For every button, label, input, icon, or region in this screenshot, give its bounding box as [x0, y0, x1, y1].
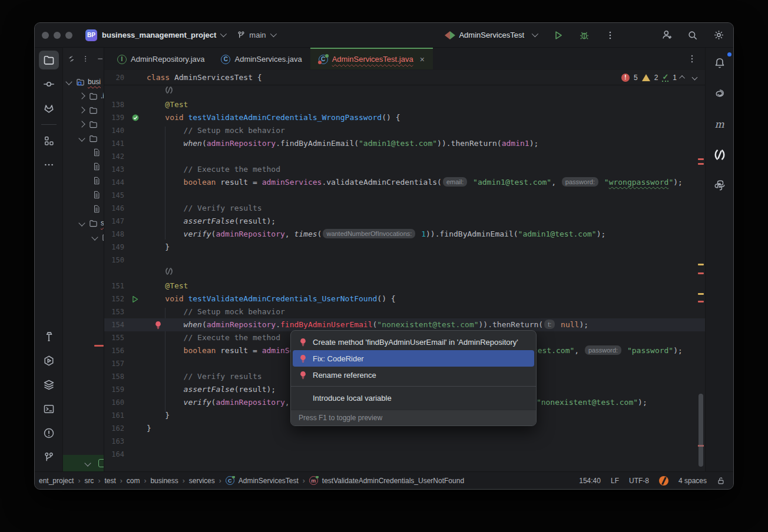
coderider-button[interactable] [710, 145, 730, 164]
ai-inline-icon[interactable] [165, 267, 173, 275]
run-configuration-selector[interactable]: AdminServicesTest [445, 31, 540, 39]
code-text[interactable]: when(adminRepository.findByAdminUserEmai… [147, 318, 705, 331]
code-line[interactable]: 144 boolean result = adminServices.valid… [104, 176, 705, 189]
line-number[interactable]: 143 [104, 163, 130, 176]
code-text[interactable]: assertFalse(result); [147, 215, 705, 228]
tab-admin-services-test[interactable]: C AdminServicesTest.java × [310, 48, 433, 69]
intention-label[interactable]: Create method 'findByAdminUserEmail' in … [313, 338, 518, 347]
previous-problem-icon[interactable] [679, 75, 685, 81]
stripe-marker[interactable] [698, 272, 704, 274]
code-text[interactable]: // Setup mock behavior [147, 124, 705, 137]
intention-label[interactable]: Introduce local variable [313, 394, 392, 403]
line-number[interactable]: 144 [104, 176, 130, 189]
code-text[interactable]: boolean result = adminServices.validateA… [147, 176, 705, 189]
line-number[interactable]: 155 [104, 331, 130, 344]
line-number[interactable]: 150 [104, 254, 130, 267]
tree-item-label[interactable]: busi [88, 78, 101, 86]
line-number[interactable]: 138 [104, 98, 130, 111]
chevron-down-icon[interactable] [91, 234, 98, 240]
tab-label[interactable]: AdminServices.java [234, 55, 302, 64]
tree-row[interactable] [63, 145, 104, 159]
settings-button[interactable] [711, 28, 726, 43]
code-text[interactable]: // Verify results [147, 202, 705, 215]
breadcrumb-item[interactable]: AdminServicesTest [239, 477, 299, 485]
code-line[interactable]: 140 // Setup mock behavior [104, 124, 705, 137]
services-tool-button[interactable] [39, 375, 59, 394]
breadcrumb-item[interactable]: ent_project [39, 477, 74, 485]
tree-row[interactable] [63, 230, 104, 244]
code-line[interactable] [104, 85, 705, 98]
stripe-marker[interactable] [698, 158, 704, 160]
notifications-button[interactable] [710, 54, 730, 72]
debug-button[interactable] [577, 28, 592, 43]
code-text[interactable]: @Test [147, 98, 705, 111]
run-test-icon[interactable] [131, 295, 139, 303]
line-number[interactable]: 141 [104, 137, 130, 150]
code-line[interactable]: 153 // Setup mock behavior [104, 305, 705, 318]
line-number[interactable]: 147 [104, 215, 130, 228]
error-stripe[interactable] [697, 85, 705, 471]
tree-row[interactable] [63, 131, 104, 145]
code-line[interactable]: 142 [104, 150, 705, 163]
breadcrumb-item[interactable]: src [84, 477, 94, 485]
line-number[interactable]: 158 [104, 370, 130, 383]
close-tab-icon[interactable]: × [420, 55, 425, 64]
indent-setting[interactable]: 4 spaces [678, 477, 707, 485]
code-text[interactable]: @Test [147, 280, 705, 292]
hide-panel-icon[interactable] [97, 55, 104, 63]
code-line[interactable]: 150 [104, 254, 705, 267]
line-number[interactable]: 148 [104, 228, 130, 241]
tab-label[interactable]: AdminRepository.java [131, 55, 204, 64]
stripe-marker[interactable] [698, 301, 704, 302]
error-intention-icon[interactable] [154, 321, 163, 330]
line-number[interactable]: 151 [104, 280, 130, 292]
code-line[interactable]: 143 // Execute the method [104, 163, 705, 176]
intention-item[interactable]: Fix: CodeRider [293, 350, 534, 367]
close-window-button[interactable] [42, 32, 49, 39]
tree-row[interactable]: .i [63, 89, 104, 103]
breadcrumb-item[interactable]: com [127, 477, 140, 485]
ai-inline-icon[interactable] [165, 86, 173, 94]
line-number[interactable]: 159 [104, 383, 130, 396]
line-number[interactable]: 145 [104, 189, 130, 202]
code-line[interactable]: 152 void testValidateAdminCredentials_Us… [104, 292, 705, 305]
search-everywhere-button[interactable] [685, 28, 700, 43]
intention-label[interactable]: Fix: CodeRider [313, 354, 364, 363]
tab-admin-services[interactable]: C AdminServices.java [213, 48, 310, 69]
project-tool-button[interactable] [39, 51, 59, 69]
tree-row[interactable] [63, 117, 104, 131]
traffic-lights[interactable] [42, 32, 72, 39]
tree-row[interactable] [63, 159, 104, 174]
code-text[interactable]: // Setup mock behavior [147, 305, 705, 318]
branch-widget[interactable]: main [237, 31, 278, 39]
line-number[interactable]: 164 [104, 448, 130, 461]
sticky-header-line[interactable]: 20 class AdminServicesTest { ! 5 2 ✓ 1 [104, 70, 705, 85]
terminal-tool-button[interactable] [39, 400, 59, 418]
code-text[interactable] [147, 267, 705, 280]
intention-item[interactable]: Introduce local variable [293, 390, 534, 406]
code-text[interactable] [147, 150, 705, 163]
code-line[interactable]: 145 [104, 189, 705, 202]
encoding[interactable]: UTF-8 [629, 477, 649, 485]
tree-row[interactable] [63, 103, 104, 117]
build-tool-button[interactable] [39, 327, 59, 346]
line-number[interactable]: 160 [104, 396, 130, 409]
tree-row[interactable] [63, 244, 104, 258]
chevron-right-icon[interactable] [78, 92, 85, 99]
line-number[interactable]: 162 [104, 422, 130, 435]
code-line[interactable]: 139 void testValidateAdminCredentials_Wr… [104, 111, 705, 124]
breadcrumb-item[interactable]: testValidateAdminCredentials_UserNotFoun… [322, 477, 464, 485]
code-line[interactable] [104, 267, 705, 280]
panel-options-icon[interactable] [82, 55, 89, 63]
next-problem-icon[interactable] [692, 75, 698, 81]
git-tool-button[interactable] [39, 448, 59, 467]
line-number[interactable]: 142 [104, 150, 130, 163]
line-number[interactable]: 140 [104, 124, 130, 137]
intention-item[interactable]: Rename reference [293, 367, 534, 383]
commit-tool-button[interactable] [39, 75, 59, 94]
maven-button[interactable]: m [710, 115, 730, 134]
code-text[interactable] [147, 435, 705, 448]
collapse-panel-icon[interactable] [68, 55, 75, 63]
breadcrumb-item[interactable]: test [104, 477, 115, 485]
chevron-down-icon[interactable] [78, 135, 85, 141]
